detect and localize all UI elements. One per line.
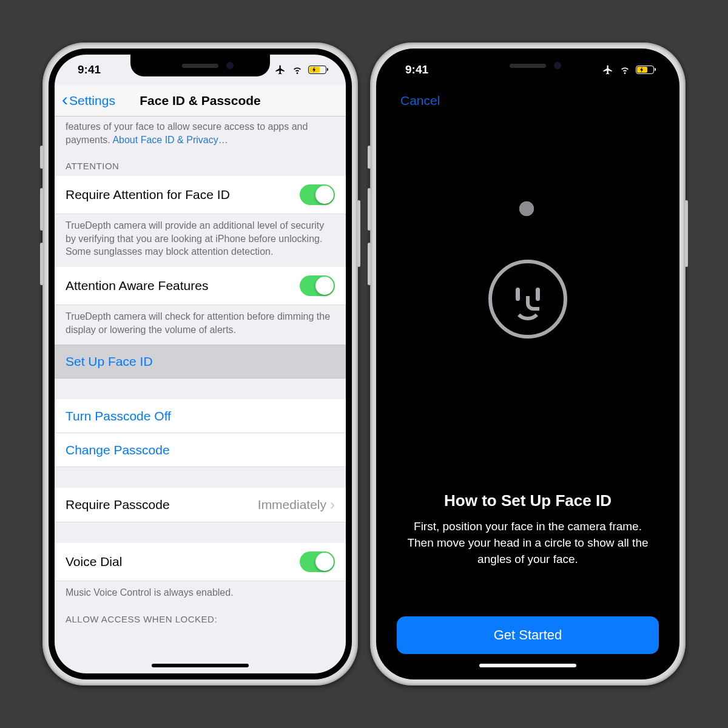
cell-label: Set Up Face ID xyxy=(66,354,153,369)
notch xyxy=(130,55,270,76)
volume-down-button xyxy=(368,243,371,285)
home-indicator[interactable] xyxy=(479,664,576,667)
airplane-mode-icon xyxy=(602,64,614,75)
iphone-left: 9:41 ‹ Settings xyxy=(42,42,358,686)
wifi-icon xyxy=(291,65,303,75)
setup-description: First, position your face in the camera … xyxy=(397,519,659,568)
mute-switch xyxy=(40,146,43,169)
setup-heading: How to Set Up Face ID xyxy=(397,491,659,510)
side-button xyxy=(685,200,688,267)
home-indicator[interactable] xyxy=(152,664,249,667)
attention-section-header: ATTENTION xyxy=(55,152,346,176)
status-time: 9:41 xyxy=(78,63,101,76)
intro-description: features of your face to allow secure ac… xyxy=(55,116,346,152)
about-faceid-privacy-link[interactable]: About Face ID & Privacy… xyxy=(112,135,228,145)
faceid-setup-screen: 9:41 Cancel xyxy=(382,55,673,673)
setup-faceid-row[interactable]: Set Up Face ID xyxy=(55,345,346,379)
face-icon xyxy=(488,260,567,339)
settings-content[interactable]: features of your face to allow secure ac… xyxy=(55,116,346,673)
cell-label: Voice Dial xyxy=(66,554,122,569)
volume-up-button xyxy=(368,188,371,231)
wifi-icon xyxy=(619,65,631,75)
cell-value: Immediately xyxy=(258,497,326,512)
get-started-button[interactable]: Get Started xyxy=(397,616,659,654)
attention-aware-description: TrueDepth camera will check for attentio… xyxy=(55,305,346,345)
voice-dial-toggle[interactable] xyxy=(300,551,335,572)
allow-access-section-header: ALLOW ACCESS WHEN LOCKED: xyxy=(55,608,346,629)
chevron-right-icon: › xyxy=(330,496,335,513)
battery-charging-icon xyxy=(636,66,654,74)
battery-charging-icon xyxy=(308,66,326,74)
back-button[interactable]: ‹ Settings xyxy=(62,93,115,108)
require-passcode-row[interactable]: Require Passcode Immediately › xyxy=(55,488,346,522)
airplane-mode-icon xyxy=(274,64,286,75)
cell-label: Turn Passcode Off xyxy=(66,409,171,423)
volume-up-button xyxy=(40,188,43,231)
require-attention-description: TrueDepth camera will provide an additio… xyxy=(55,214,346,267)
require-attention-row[interactable]: Require Attention for Face ID xyxy=(55,176,346,214)
back-label: Settings xyxy=(69,93,115,108)
notch xyxy=(458,55,598,76)
attention-aware-toggle[interactable] xyxy=(300,275,335,296)
cell-label: Attention Aware Features xyxy=(66,278,208,293)
attention-aware-row[interactable]: Attention Aware Features xyxy=(55,267,346,305)
turn-passcode-off-row[interactable]: Turn Passcode Off xyxy=(55,399,346,433)
mute-switch xyxy=(368,146,371,169)
faceid-illustration xyxy=(397,110,659,488)
nav-bar: ‹ Settings Face ID & Passcode xyxy=(55,85,346,116)
volume-down-button xyxy=(40,243,43,285)
status-time: 9:41 xyxy=(405,63,428,76)
cell-label: Require Attention for Face ID xyxy=(66,187,230,202)
settings-screen: 9:41 ‹ Settings xyxy=(55,55,346,673)
change-passcode-row[interactable]: Change Passcode xyxy=(55,433,346,467)
voice-dial-description: Music Voice Control is always enabled. xyxy=(55,581,346,608)
cancel-button[interactable]: Cancel xyxy=(400,93,440,108)
side-button xyxy=(357,200,360,267)
cell-label: Change Passcode xyxy=(66,443,170,457)
iphone-right: 9:41 Cancel xyxy=(370,42,686,686)
voice-dial-row[interactable]: Voice Dial xyxy=(55,543,346,581)
cell-label: Require Passcode xyxy=(66,497,170,512)
require-attention-toggle[interactable] xyxy=(300,184,335,205)
